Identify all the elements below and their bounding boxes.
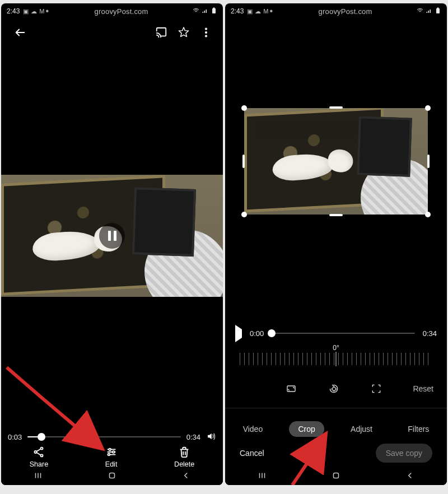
mail-icon: M [263,8,268,15]
crop-free-icon [371,383,382,394]
editor-playback: 0:00 0:34 [235,327,437,339]
home-nav-icon[interactable] [331,470,341,483]
total-time: 0:34 [423,329,437,338]
aspect-ratio-button[interactable] [280,378,302,400]
share-icon [32,446,45,458]
rotation-control[interactable]: 0° [240,344,432,371]
pause-icon [108,231,116,241]
viewer-topbar [1,19,223,46]
svg-rect-15 [332,386,336,391]
dog-on-rug-illustration [263,150,348,190]
share-label: Share [30,460,48,468]
viewer-actions: Share Edit Delete [1,437,223,468]
wifi-icon [193,7,199,16]
cancel-button[interactable]: Cancel [240,449,264,458]
svg-rect-16 [334,473,339,478]
back-nav-icon[interactable] [405,470,415,483]
svg-rect-13 [437,7,439,8]
cloud-icon: ☁ [255,8,261,15]
reset-label: Reset [413,384,433,393]
tab-video[interactable]: Video [234,421,272,437]
tab-adjust[interactable]: Adjust [342,421,381,437]
reset-button[interactable]: Reset [409,378,437,400]
svg-point-10 [108,454,110,456]
svg-point-9 [112,451,114,453]
recents-nav-icon[interactable] [257,470,267,483]
save-copy-button[interactable]: Save copy [376,444,432,463]
phone-right-editor: 2:43 ▣ ☁ M • groovyPost.com [225,3,447,485]
status-left-icons: ▣ ☁ M [247,8,268,15]
trash-icon [178,446,190,458]
svg-rect-12 [436,8,440,13]
svg-rect-0 [212,8,216,13]
signal-icon [202,7,208,16]
battery-icon [211,7,217,16]
tab-crop[interactable]: Crop [289,421,324,437]
delete-label: Delete [174,460,194,468]
phone-left-viewer: 2:43 ▣ ☁ M • groovyPost.com [1,3,223,485]
svg-point-6 [35,451,37,453]
rotate-icon [328,383,339,394]
cast-button[interactable] [150,21,172,44]
status-time: 2:43 [7,7,20,15]
watermark-text: groovyPost.com [274,7,417,16]
rotation-degrees: 0° [240,344,432,352]
status-right-icons [417,7,441,16]
aspect-ratio-icon [286,383,297,394]
current-time: 0:00 [250,329,264,338]
status-time: 2:43 [231,7,244,15]
status-bar: 2:43 ▣ ☁ M • groovyPost.com [1,3,223,19]
transform-button[interactable] [365,378,388,400]
status-right-icons [193,7,217,16]
svg-rect-1 [213,7,215,8]
rotation-ruler[interactable] [240,353,432,365]
video-frame [244,108,428,215]
svg-point-2 [205,28,207,30]
edit-sliders-icon [105,446,118,458]
home-nav-icon[interactable] [107,470,117,483]
svg-rect-11 [110,473,115,478]
android-nav-bar [1,468,223,485]
play-button[interactable] [235,329,242,338]
mail-icon: M [39,8,44,15]
edit-button[interactable]: Edit [105,446,118,468]
progress-track[interactable] [272,333,414,334]
editor-tabs: Video Crop Adjust Filters [225,418,447,440]
favorite-button[interactable] [172,21,195,44]
editor-bottom-bar: Cancel Save copy [225,438,447,468]
more-button[interactable] [195,21,217,44]
picture-icon: ▣ [23,8,29,15]
recents-nav-icon[interactable] [33,470,43,483]
status-bar: 2:43 ▣ ☁ M • groovyPost.com [225,3,447,19]
wifi-icon [417,7,423,16]
back-nav-icon[interactable] [181,470,191,483]
pause-button[interactable] [99,223,125,249]
svg-point-3 [205,31,207,33]
battery-icon [435,7,441,16]
signal-icon [426,7,432,16]
svg-point-5 [41,448,43,450]
crop-frame[interactable] [244,108,428,215]
edit-label: Edit [105,460,118,468]
status-left-icons: ▣ ☁ M [23,8,44,15]
delete-button[interactable]: Delete [174,446,194,468]
tab-filters[interactable]: Filters [399,421,438,437]
svg-point-4 [205,35,207,37]
rotate-button[interactable] [323,378,345,400]
watermark-text: groovyPost.com [50,7,193,16]
crop-tools: Reset [235,378,437,400]
svg-point-8 [109,449,111,451]
picture-icon: ▣ [247,8,253,15]
progress-thumb[interactable] [268,329,276,337]
video-frame[interactable] [1,175,223,297]
section-divider [225,408,447,408]
svg-point-7 [41,454,43,456]
share-button[interactable]: Share [30,446,48,468]
cloud-icon: ☁ [31,8,37,15]
play-icon [235,325,242,342]
android-nav-bar [225,468,447,485]
back-button[interactable] [9,21,31,44]
svg-rect-14 [287,386,295,392]
